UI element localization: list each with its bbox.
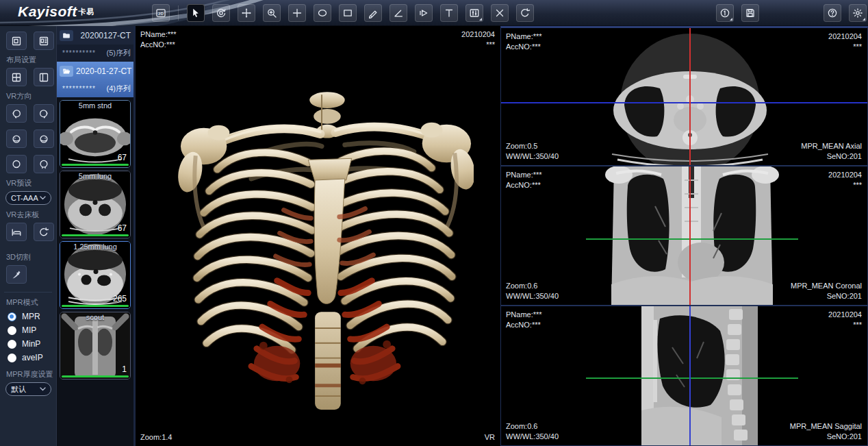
load-progress-bar	[62, 164, 129, 166]
remove-bed-button[interactable]	[6, 223, 27, 241]
study-row-meta: **********(5)序列	[57, 45, 135, 62]
patient-id-masked: **********	[62, 85, 96, 92]
vr-orientation-anterior-button[interactable]	[34, 155, 54, 173]
folder-open-icon	[60, 66, 73, 77]
chevron-down-icon	[40, 387, 46, 391]
folder-closed-icon	[60, 30, 73, 41]
study-row-title: 2020-01-27-CT	[57, 62, 135, 80]
coronal-overlay-bottomleft: Zoom:0.6 WW/WL:350/40	[506, 281, 559, 301]
vr-bed-label: VR去床板	[6, 210, 56, 220]
mpr-thickness-dropdown[interactable]: 默认	[5, 382, 51, 396]
sagittal-overlay-topleft: PName:*** AccNO:***	[506, 310, 542, 330]
mpr-mode-option-minp[interactable]: MinP	[8, 339, 56, 349]
help-button[interactable]	[824, 4, 841, 22]
zoom-level: Zoom:0.5	[506, 141, 559, 151]
load-progress-bar	[62, 375, 129, 377]
sagittal-reference-line[interactable]	[689, 166, 691, 305]
series-thumbnail[interactable]: 1.25mm lung265	[60, 241, 131, 309]
reset-view-tool[interactable]	[516, 4, 534, 22]
settings-button[interactable]	[849, 4, 867, 22]
series-count: (4)序列	[107, 84, 131, 94]
thumbnail-label: 5mm stnd	[60, 101, 130, 110]
sagittal-overlay-bottomleft: Zoom:0.6 WW/WL:350/40	[506, 421, 559, 442]
series-thumbnail[interactable]: 5mm lung67	[60, 171, 131, 238]
vr-overlay-bottomright: VR	[485, 432, 495, 443]
coronal-reference-line[interactable]	[501, 102, 867, 103]
vr-orientation-posterior-button[interactable]	[6, 155, 27, 173]
sagittal-viewport[interactable]: PName:*** AccNO:*** 20210204 *** Zoom:0.…	[500, 306, 868, 446]
arrow-annotation-tool[interactable]	[415, 4, 433, 22]
app-logo: Kayisoft卡易	[18, 3, 94, 20]
radio-label: MPR	[22, 312, 40, 321]
vr-orientation-anterior-tilt-button[interactable]	[6, 129, 27, 148]
coronal-viewport[interactable]: PName:*** AccNO:*** 20210204 *** Zoom:0.…	[500, 166, 868, 306]
wwwl-tool[interactable]	[465, 4, 483, 22]
view-label: MPR_MEAN Axial	[801, 141, 862, 151]
zoom-tool[interactable]	[263, 4, 281, 22]
mpr-mode-label: MPR模式	[6, 297, 56, 308]
axial-viewport[interactable]: PName:*** AccNO:*** 20210204 *** Zoom:0.…	[500, 26, 868, 166]
study-list: 20200127-CT**********(5)序列2020-01-27-CT*…	[57, 26, 133, 97]
pointer-tool[interactable]	[187, 4, 205, 22]
system-tool-group	[824, 4, 867, 22]
text-annotation-tool[interactable]	[440, 4, 458, 22]
info-overlay-button[interactable]	[716, 4, 734, 22]
image-count: 67	[118, 223, 127, 233]
single-view-layout-button[interactable]	[6, 32, 27, 50]
axial-overlay-topright: 20210204 ***	[828, 32, 862, 52]
sagittal-overlay-bottomright: MPR_MEAN Saggital SeNO:201	[790, 421, 862, 442]
ellipse-roi-tool[interactable]	[314, 4, 331, 22]
study-item[interactable]: 20200127-CT**********(5)序列	[57, 26, 135, 62]
delete-annotation-tool[interactable]	[491, 4, 509, 22]
2d-vr-toggle-button[interactable]: 2D	[152, 4, 170, 22]
rect-roi-tool[interactable]	[339, 4, 357, 22]
cut3d-grid	[0, 265, 57, 284]
radio-label: MIP	[22, 325, 36, 335]
scalpel-cut-button[interactable]	[6, 265, 27, 284]
thumbnail-label: 5mm lung	[60, 172, 130, 180]
study-item[interactable]: 2020-01-27-CT**********(4)序列	[57, 62, 135, 97]
output-tool-group	[716, 4, 759, 22]
sagittal-overlay-topright: 20210204 ***	[828, 310, 862, 330]
vr-viewport[interactable]: PName:*** AccNO:*** 20210204 *** Zoom:1.…	[135, 26, 500, 446]
window-level: WW/WL:350/40	[506, 151, 559, 162]
masked-value: ***	[828, 180, 862, 190]
vr-orientation-left-button[interactable]	[6, 104, 27, 123]
thumbnail-list: 5mm stnd675mm lung671.25mm lung265scout1	[57, 100, 133, 380]
coronal-reference-line[interactable]	[689, 306, 691, 445]
layout-left-pane-button[interactable]	[34, 68, 54, 86]
axial-reference-line[interactable]	[586, 377, 798, 379]
series-thumbnail[interactable]: scout1	[60, 312, 131, 380]
top-toolbar: Kayisoft卡易 2D	[0, 0, 868, 26]
crosshair-tool[interactable]	[288, 4, 306, 22]
angle-tool[interactable]	[390, 4, 407, 22]
patient-name: PName:***	[140, 29, 177, 40]
study-title: 20200127-CT	[76, 31, 131, 40]
mpr-thickness-value: 默认	[11, 384, 26, 395]
save-image-button[interactable]	[741, 4, 759, 22]
mpr-mode-option-aveip[interactable]: aveIP	[8, 353, 56, 362]
masked-value: ***	[828, 320, 862, 330]
image-count: 67	[118, 153, 127, 162]
sagittal-reference-line[interactable]	[689, 28, 691, 165]
series-panel: 20200127-CT**********(5)序列2020-01-27-CT*…	[57, 26, 135, 446]
vr-preset-dropdown[interactable]: CT-AAA	[5, 191, 51, 205]
rotate-3d-tool[interactable]	[212, 4, 230, 22]
mpr-mode-option-mpr[interactable]: MPR	[8, 312, 56, 321]
report-panel-button[interactable]	[34, 32, 54, 50]
series-thumbnail[interactable]: 5mm stnd67	[60, 100, 131, 168]
thumbnail-image	[60, 312, 130, 379]
load-progress-bar	[62, 234, 129, 236]
mpr-mode-option-mip[interactable]: MIP	[8, 325, 56, 335]
zoom-level: Zoom:0.6	[506, 421, 559, 432]
vr-overlay-topleft: PName:*** AccNO:***	[140, 29, 177, 50]
pan-tool[interactable]	[238, 4, 255, 22]
zoom-level: Zoom:1.4	[140, 432, 172, 443]
vr-orientation-right-button[interactable]	[34, 104, 54, 123]
restore-bed-button[interactable]	[34, 223, 54, 241]
coronal-overlay-topleft: PName:*** AccNO:***	[506, 170, 542, 190]
measure-line-tool[interactable]	[364, 4, 382, 22]
vr-orientation-posterior-tilt-button[interactable]	[34, 129, 54, 148]
layout-grid-2x2-button[interactable]	[6, 68, 27, 86]
axial-reference-line[interactable]	[586, 238, 798, 240]
